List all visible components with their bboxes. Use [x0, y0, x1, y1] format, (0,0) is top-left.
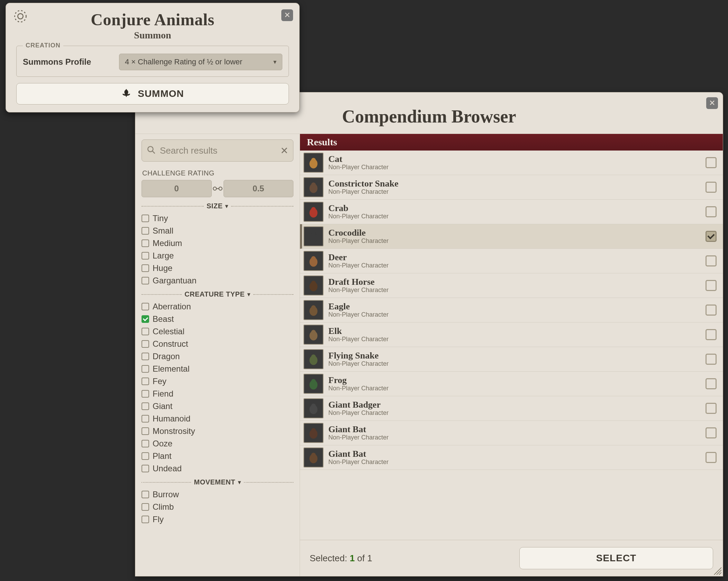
checkbox-icon [142, 239, 149, 247]
select-creature-checkbox[interactable] [706, 354, 717, 365]
filter-sidebar[interactable]: ✕ CHALLENGE RATING 0 0.5 SIZE ▾ TinySmal… [135, 134, 300, 576]
svg-point-8 [311, 158, 316, 162]
result-row[interactable]: Giant BatNon-Player Character [300, 421, 723, 445]
select-creature-checkbox[interactable] [706, 231, 717, 242]
movement-group-header[interactable]: MOVEMENT ▾ [142, 478, 293, 486]
select-creature-checkbox[interactable] [706, 182, 717, 193]
type-filter-dragon[interactable]: Dragon [142, 350, 293, 363]
select-creature-checkbox[interactable] [706, 280, 717, 291]
size-filter-medium[interactable]: Medium [142, 237, 293, 249]
select-creature-checkbox[interactable] [706, 378, 717, 389]
search-input[interactable] [160, 145, 276, 156]
select-creature-checkbox[interactable] [706, 206, 717, 217]
type-filter-fey[interactable]: Fey [142, 375, 293, 388]
type-filter-celestial[interactable]: Celestial [142, 325, 293, 338]
creature-name: Cat [328, 155, 701, 164]
checkbox-icon [142, 303, 149, 310]
creature-thumbnail [303, 374, 324, 394]
checkbox-icon [142, 252, 149, 260]
result-row[interactable]: Draft HorseNon-Player Character [300, 273, 723, 298]
type-filter-fiend[interactable]: Fiend [142, 388, 293, 400]
type-filter-monstrosity[interactable]: Monstrosity [142, 425, 293, 437]
selected-count-label: Selected: 1 of 1 [310, 553, 372, 564]
close-icon: ✕ [709, 99, 715, 108]
result-row[interactable]: Constrictor SnakeNon-Player Character [300, 175, 723, 200]
result-row[interactable]: CrabNon-Player Character [300, 200, 723, 224]
result-row[interactable]: EagleNon-Player Character [300, 298, 723, 323]
result-text: Giant BadgerNon-Player Character [328, 400, 701, 417]
type-filter-aberration[interactable]: Aberration [142, 300, 293, 313]
caret-down-icon: ▾ [225, 203, 228, 209]
filter-label: Large [153, 251, 174, 261]
result-text: DeerNon-Player Character [328, 253, 701, 269]
size-filter-huge[interactable]: Huge [142, 262, 293, 274]
search-field[interactable]: ✕ [142, 139, 293, 162]
result-text: Giant BatNon-Player Character [328, 425, 701, 441]
dialog-close-button[interactable]: ✕ [281, 9, 293, 21]
filter-label: Elemental [153, 364, 190, 374]
type-filter-giant[interactable]: Giant [142, 400, 293, 412]
result-row[interactable]: Giant BatNon-Player Character [300, 445, 723, 470]
type-filter-undead[interactable]: Undead [142, 462, 293, 475]
cr-max-input[interactable]: 0.5 [224, 180, 294, 197]
resize-grip[interactable] [712, 565, 721, 575]
checkbox-icon [142, 365, 149, 373]
type-filter-ooze[interactable]: Ooze [142, 437, 293, 450]
select-button[interactable]: SELECT [519, 547, 713, 569]
type-filter-plant[interactable]: Plant [142, 450, 293, 462]
movement-filter-climb[interactable]: Climb [142, 501, 293, 513]
size-filter-small[interactable]: Small [142, 225, 293, 237]
result-row[interactable]: Giant BadgerNon-Player Character [300, 396, 723, 421]
creation-fieldset: CREATION Summons Profile 4 × Challenge R… [16, 46, 289, 77]
summons-profile-select[interactable]: 4 × Challenge Rating of ½ or lower ▾ [119, 54, 282, 70]
svg-point-32 [311, 453, 316, 456]
checkbox-icon [142, 516, 149, 523]
result-text: Draft HorseNon-Player Character [328, 278, 701, 294]
creature-thumbnail [303, 226, 324, 246]
cr-min-input[interactable]: 0 [142, 180, 212, 197]
result-row[interactable]: ElkNon-Player Character [300, 323, 723, 347]
creature-name: Giant Bat [328, 450, 701, 459]
select-creature-checkbox[interactable] [706, 403, 717, 414]
result-text: Giant BatNon-Player Character [328, 450, 701, 466]
filter-label: Fey [153, 376, 166, 386]
svg-point-0 [18, 13, 23, 19]
select-creature-checkbox[interactable] [706, 305, 717, 316]
result-row[interactable]: CatNon-Player Character [300, 151, 723, 175]
select-creature-checkbox[interactable] [706, 329, 717, 340]
type-filter-construct[interactable]: Construct [142, 338, 293, 350]
select-creature-checkbox[interactable] [706, 255, 717, 266]
svg-point-20 [311, 305, 316, 309]
creature-name: Flying Snake [328, 351, 701, 360]
caret-down-icon: ▾ [247, 291, 251, 298]
filter-label: Medium [153, 238, 182, 248]
select-creature-checkbox[interactable] [706, 157, 717, 168]
summon-button-label: SUMMON [138, 88, 184, 99]
size-filter-large[interactable]: Large [142, 249, 293, 262]
result-row[interactable]: DeerNon-Player Character [300, 249, 723, 273]
result-text: EagleNon-Player Character [328, 302, 701, 318]
type-filter-beast[interactable]: Beast [142, 313, 293, 325]
movement-filter-burrow[interactable]: Burrow [142, 488, 293, 501]
results-list[interactable]: CatNon-Player CharacterConstrictor Snake… [300, 151, 723, 540]
type-filter-humanoid[interactable]: Humanoid [142, 412, 293, 425]
movement-filter-list: BurrowClimbFly [142, 488, 293, 526]
compendium-close-button[interactable]: ✕ [706, 97, 718, 109]
movement-filter-fly[interactable]: Fly [142, 513, 293, 526]
result-row[interactable]: CrocodileNon-Player Character [300, 224, 723, 249]
result-text: Constrictor SnakeNon-Player Character [328, 179, 701, 196]
summon-button[interactable]: SUMMON [16, 83, 289, 105]
creature-thumbnail [303, 177, 324, 197]
creature-thumbnail [303, 251, 324, 271]
type-filter-elemental[interactable]: Elemental [142, 363, 293, 375]
clear-search-button[interactable]: ✕ [280, 145, 288, 156]
select-creature-checkbox[interactable] [706, 452, 717, 463]
type-group-header[interactable]: CREATURE TYPE ▾ [142, 290, 293, 298]
size-group-header[interactable]: SIZE ▾ [142, 202, 293, 210]
size-filter-tiny[interactable]: Tiny [142, 212, 293, 225]
select-creature-checkbox[interactable] [706, 427, 717, 438]
result-row[interactable]: FrogNon-Player Character [300, 372, 723, 396]
result-row[interactable]: Flying SnakeNon-Player Character [300, 347, 723, 372]
size-filter-gargantuan[interactable]: Gargantuan [142, 274, 293, 287]
dialog-subtitle: Summon [16, 30, 289, 41]
